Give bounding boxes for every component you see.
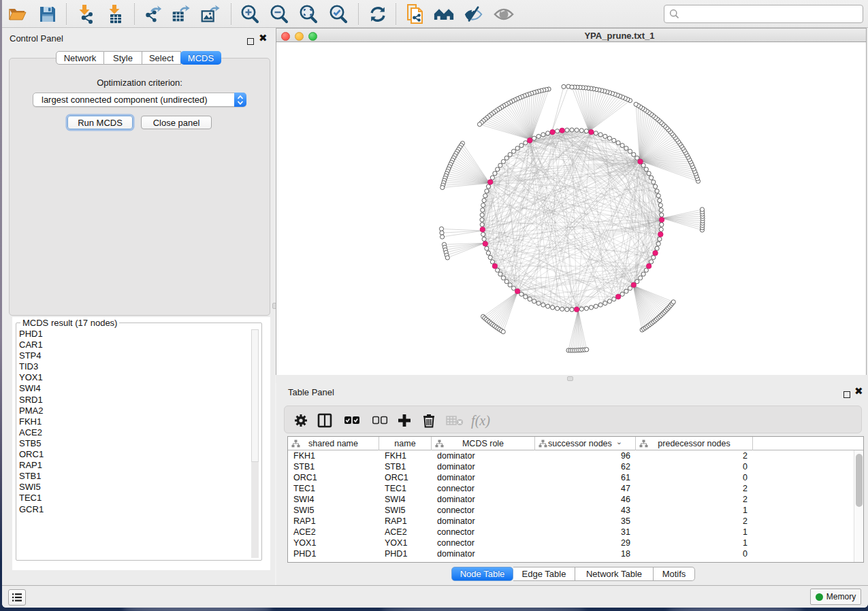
table-row[interactable]: SWI5SWI5connector431 <box>288 505 863 516</box>
table-row[interactable]: ACE2ACE2connector311 <box>288 527 863 538</box>
zoom-in-icon[interactable] <box>240 4 260 24</box>
cell-name: TEC1 <box>379 484 432 493</box>
mcds-node-item[interactable]: SWI5 <box>18 482 251 493</box>
tab-motifs[interactable]: Motifs <box>654 567 695 581</box>
import-network-icon[interactable] <box>75 4 95 24</box>
cell-predecessor-nodes: 0 <box>636 462 753 472</box>
export-image-icon[interactable] <box>199 4 220 24</box>
tab-edge-table[interactable]: Edge Table <box>513 567 575 581</box>
mcds-node-item[interactable]: RAP1 <box>18 460 251 471</box>
close-table-panel-icon[interactable]: ✖ <box>854 388 863 395</box>
zoom-window-icon[interactable] <box>308 32 317 41</box>
memory-button[interactable]: Memory <box>810 589 861 605</box>
cell-predecessor-nodes: 2 <box>636 484 753 493</box>
table-tree-icon <box>435 440 444 448</box>
zoom-selected-icon[interactable] <box>328 4 349 24</box>
main-toolbar <box>2 0 868 28</box>
unselect-all-icon[interactable] <box>370 411 389 430</box>
save-session-icon[interactable] <box>37 4 58 24</box>
cell-successor-nodes: 31 <box>535 527 636 537</box>
toolbar-separator <box>358 3 359 24</box>
clone-network-icon[interactable] <box>405 4 425 24</box>
mcds-node-item[interactable]: FKH1 <box>18 416 251 427</box>
table-row[interactable]: SWI4SWI4dominator462 <box>288 494 863 505</box>
mcds-list-scrollbar[interactable] <box>251 329 259 558</box>
horizontal-split-divider[interactable] <box>276 375 867 383</box>
cell-predecessor-nodes: 1 <box>636 506 753 515</box>
cell-successor-nodes: 62 <box>535 462 636 472</box>
import-table-icon[interactable] <box>105 4 125 24</box>
float-panel-icon[interactable] <box>247 35 254 48</box>
search-input[interactable] <box>664 5 863 23</box>
table-row[interactable]: PHD1PHD1dominator180 <box>288 548 863 559</box>
run-mcds-button[interactable]: Run MCDS <box>67 116 133 129</box>
mcds-node-item[interactable]: ORC1 <box>18 449 251 460</box>
export-table-icon[interactable] <box>170 4 191 24</box>
table-scrollbar-thumb[interactable] <box>856 454 863 507</box>
network-canvas[interactable] <box>276 42 867 376</box>
export-network-icon[interactable] <box>142 4 163 24</box>
mcds-node-item[interactable]: TID3 <box>18 361 251 372</box>
table-row[interactable]: TEC1TEC1connector472 <box>288 483 863 494</box>
table-header: shared namenameMCDS rolesuccessor nodes⌄… <box>288 437 863 450</box>
tab-node-table[interactable]: Node Table <box>451 567 513 581</box>
tab-network[interactable]: Network <box>56 51 104 65</box>
column-header-predecessor-nodes[interactable]: predecessor nodes <box>636 437 753 450</box>
mcds-node-item[interactable]: GCR1 <box>18 504 251 515</box>
close-panel-button[interactable]: Close panel <box>141 116 212 129</box>
mcds-node-item[interactable]: STP4 <box>18 350 251 361</box>
close-panel-icon[interactable]: ✖ <box>259 35 268 42</box>
mcds-node-item[interactable]: CAR1 <box>18 340 251 350</box>
tab-select[interactable]: Select <box>142 51 181 65</box>
zoom-out-icon[interactable] <box>269 4 289 24</box>
cell-predecessor-nodes: 0 <box>636 473 753 482</box>
open-session-icon[interactable] <box>7 4 28 24</box>
show-all-icon[interactable] <box>494 4 514 24</box>
mcds-node-item[interactable]: STB5 <box>18 438 251 449</box>
column-header-shared-name[interactable]: shared name <box>288 437 379 450</box>
tab-mcds[interactable]: MCDS <box>180 51 221 65</box>
mcds-node-item[interactable]: PHD1 <box>18 329 251 340</box>
table-row[interactable]: RAP1RAP1dominator352 <box>288 516 863 527</box>
criterion-dropdown[interactable]: largest connected component (undirected) <box>33 93 246 107</box>
tab-network-table[interactable]: Network Table <box>575 567 654 581</box>
toolbar-separator <box>396 3 396 24</box>
mcds-node-item[interactable]: TEC1 <box>18 493 251 503</box>
mcds-node-item[interactable]: PMA2 <box>18 406 251 416</box>
delete-row-icon[interactable] <box>419 411 438 430</box>
table-scrollbar[interactable] <box>854 450 863 562</box>
mcds-node-item[interactable]: YOX1 <box>18 372 251 383</box>
table-row[interactable]: ORC1ORC1dominator610 <box>288 472 863 483</box>
network-overview-icon[interactable] <box>434 4 454 24</box>
select-all-icon[interactable] <box>342 411 361 430</box>
hide-selected-icon[interactable] <box>464 4 484 24</box>
table-row[interactable]: YOX1YOX1connector291 <box>288 538 863 548</box>
zoom-fit-icon[interactable] <box>298 4 319 24</box>
minimize-window-icon[interactable] <box>295 32 304 41</box>
cell-successor-nodes: 47 <box>535 484 636 493</box>
show-column-icon[interactable] <box>315 411 334 430</box>
cell-shared-name: RAP1 <box>288 516 379 526</box>
optimization-criterion-label: Optimization criterion: <box>10 78 270 88</box>
mcds-result-list[interactable]: PHD1CAR1STP4TID3YOX1SWI4SRD1PMA2FKH1ACE2… <box>18 329 251 559</box>
task-history-button[interactable] <box>8 589 26 606</box>
column-header-name[interactable]: name <box>379 437 432 450</box>
tab-style[interactable]: Style <box>104 51 142 65</box>
mcds-list-scrollbar-thumb[interactable] <box>251 329 259 462</box>
close-window-icon[interactable] <box>281 32 290 41</box>
mcds-node-item[interactable]: STB1 <box>18 471 251 482</box>
add-row-icon[interactable] <box>395 411 414 430</box>
float-table-panel-icon[interactable] <box>843 389 850 401</box>
mcds-node-item[interactable]: SWI4 <box>18 383 251 394</box>
cell-predecessor-nodes: 0 <box>636 549 753 559</box>
column-header-MCDS-role[interactable]: MCDS role <box>432 437 535 450</box>
settings-icon[interactable] <box>291 411 310 430</box>
mcds-node-item[interactable]: SRD1 <box>18 395 251 406</box>
table-row[interactable]: STB1STB1dominator620 <box>288 461 863 472</box>
mcds-node-item[interactable]: ACE2 <box>18 427 251 438</box>
network-frame-titlebar[interactable]: YPA_prune.txt_1 <box>276 28 867 42</box>
apply-layout-icon[interactable] <box>368 4 388 24</box>
table-row[interactable]: FKH1FKH1dominator962 <box>288 450 863 461</box>
column-header-successor-nodes[interactable]: successor nodes⌄ <box>535 437 636 450</box>
horizontal-split-grip[interactable] <box>567 376 573 381</box>
